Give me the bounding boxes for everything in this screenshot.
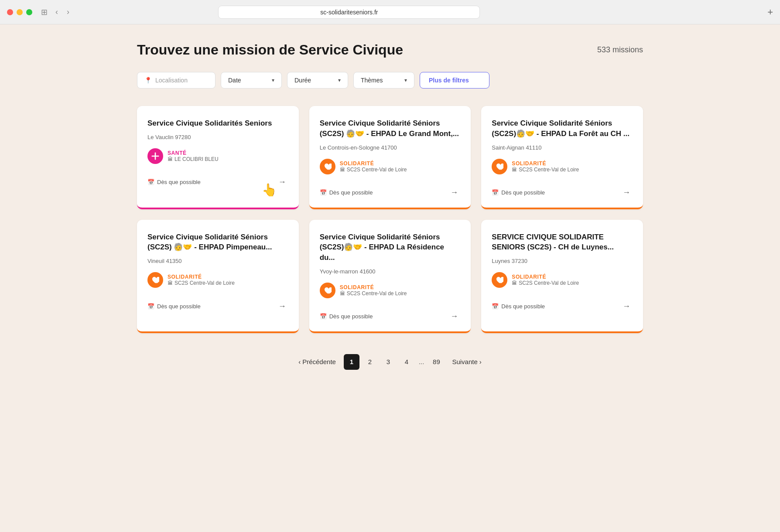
traffic-lights — [7, 9, 32, 15]
org-icon-1: 🏛 — [168, 156, 173, 162]
theme-org-3: 🏛 SC2S Centre-Val de Loire — [512, 167, 579, 173]
theme-label-5: SOLIDARITÉ — [340, 284, 407, 290]
pagination: ‹ Précédente 1 2 3 4 ... 89 Suivante › — [137, 354, 643, 370]
mission-card-3[interactable]: Service Civique Solidarité Séniors (SC2S… — [481, 106, 643, 209]
next-page-button[interactable]: Suivante › — [447, 355, 486, 368]
theme-icon-2 — [320, 159, 335, 174]
mission-card-4[interactable]: Service Civique Solidarité Séniors (SC2S… — [137, 220, 299, 333]
card-date-3: 📅 Dès que possible — [492, 189, 545, 196]
new-tab-button[interactable]: + — [767, 7, 773, 18]
card-theme-6: SOLIDARITÉ 🏛 SC2S Centre-Val de Loire — [492, 272, 633, 288]
mission-card-2[interactable]: Service Civique Solidarité Séniors (SC2S… — [309, 106, 471, 209]
card-theme-4: SOLIDARITÉ 🏛 SC2S Centre-Val de Loire — [147, 272, 288, 288]
card-arrow-3[interactable]: → — [620, 187, 633, 199]
filters-row: 📍 Localisation Date ▾ Durée ▾ Thèmes ▾ P… — [137, 72, 643, 89]
theme-label-3: SOLIDARITÉ — [512, 160, 579, 167]
theme-icon-3 — [492, 159, 507, 174]
more-filters-label: Plus de filtres — [429, 77, 469, 84]
forward-button[interactable]: › — [64, 7, 72, 17]
theme-org-6: 🏛 SC2S Centre-Val de Loire — [512, 280, 579, 286]
page-2-button[interactable]: 2 — [362, 354, 378, 370]
page-3-button[interactable]: 3 — [380, 354, 396, 370]
theme-org-5: 🏛 SC2S Centre-Val de Loire — [340, 290, 407, 297]
prev-label: Précédente — [302, 358, 336, 365]
calendar-icon-5: 📅 — [320, 313, 327, 320]
theme-label-2: SOLIDARITÉ — [340, 160, 407, 167]
card-arrow-4[interactable]: → — [276, 300, 288, 312]
card-footer-2: 📅 Dès que possible → — [320, 185, 461, 199]
date-chevron-icon: ▾ — [272, 77, 274, 83]
org-icon-5: 🏛 — [340, 290, 345, 297]
localisation-placeholder: Localisation — [155, 77, 188, 84]
next-label: Suivante — [452, 358, 477, 365]
card-title-2: Service Civique Solidarité Séniors (SC2S… — [320, 118, 461, 139]
themes-filter[interactable]: Thèmes ▾ — [353, 72, 414, 89]
card-theme-3: SOLIDARITÉ 🏛 SC2S Centre-Val de Loire — [492, 159, 633, 174]
mission-card-5[interactable]: Service Civique Solidarité Séniors (SC2S… — [309, 220, 471, 333]
card-date-6: 📅 Dès que possible — [492, 303, 545, 310]
prev-chevron-icon: ‹ — [298, 358, 301, 365]
prev-page-button[interactable]: ‹ Précédente — [293, 355, 341, 368]
card-arrow-2[interactable]: → — [448, 187, 460, 199]
card-location-3: Saint-Aignan 41110 — [492, 144, 633, 151]
card-date-2: 📅 Dès que possible — [320, 189, 373, 196]
org-icon-4: 🏛 — [168, 280, 173, 286]
duree-filter[interactable]: Durée ▾ — [287, 72, 348, 89]
sidebar-toggle[interactable]: ⊞ — [41, 7, 48, 17]
themes-chevron-icon: ▾ — [404, 77, 407, 83]
card-title-4: Service Civique Solidarité Séniors (SC2S… — [147, 232, 288, 253]
calendar-icon-3: 📅 — [492, 189, 499, 196]
theme-label-4: SOLIDARITÉ — [168, 274, 235, 280]
page-89-button[interactable]: 89 — [428, 354, 444, 370]
browser-chrome: ⊞ ‹ › sc-solidariteseniors.fr + — [0, 0, 780, 24]
page-title: Trouvez une mission de Service Civique — [137, 42, 403, 58]
calendar-icon-2: 📅 — [320, 189, 327, 196]
back-button[interactable]: ‹ — [53, 7, 61, 17]
card-arrow-6[interactable]: → — [620, 300, 633, 312]
theme-label-1: SANTÉ — [168, 150, 219, 156]
page-1-button[interactable]: 1 — [344, 354, 359, 370]
duree-label: Durée — [294, 77, 311, 84]
card-arrow-5[interactable]: → — [448, 310, 460, 323]
fullscreen-button[interactable] — [26, 9, 32, 15]
card-title-5: Service Civique Solidarité Séniors (SC2S… — [320, 232, 461, 263]
date-filter[interactable]: Date ▾ — [221, 72, 282, 89]
next-chevron-icon: › — [479, 358, 482, 365]
minimize-button[interactable] — [17, 9, 23, 15]
card-arrow-1[interactable]: → — [276, 176, 288, 188]
localisation-filter[interactable]: 📍 Localisation — [137, 72, 216, 89]
nav-buttons: ‹ › — [53, 7, 72, 17]
mission-card-1[interactable]: Service Civique Solidarités Seniors Le V… — [137, 106, 299, 209]
theme-icon-1 — [147, 148, 163, 164]
page-dots: ... — [417, 358, 426, 365]
mission-card-6[interactable]: SERVICE CIVIQUE SOLIDARITE SENIORS (SC2S… — [481, 220, 643, 333]
card-date-5: 📅 Dès que possible — [320, 313, 373, 320]
page-4-button[interactable]: 4 — [399, 354, 414, 370]
close-button[interactable] — [7, 9, 13, 15]
theme-icon-6 — [492, 272, 507, 288]
location-icon: 📍 — [144, 77, 152, 84]
card-location-2: Le Controis-en-Sologne 41700 — [320, 144, 461, 151]
card-title-3: Service Civique Solidarité Séniors (SC2S… — [492, 118, 633, 139]
address-bar[interactable]: sc-solidariteseniors.fr — [218, 6, 480, 19]
card-theme-2: SOLIDARITÉ 🏛 SC2S Centre-Val de Loire — [320, 159, 461, 174]
org-icon-3: 🏛 — [512, 167, 517, 173]
card-location-4: Vineuil 41350 — [147, 258, 288, 264]
org-icon-2: 🏛 — [340, 167, 345, 173]
calendar-icon-6: 📅 — [492, 303, 499, 310]
card-date-4: 📅 Dès que possible — [147, 303, 201, 310]
themes-label: Thèmes — [361, 77, 383, 84]
theme-org-4: 🏛 SC2S Centre-Val de Loire — [168, 280, 235, 286]
theme-icon-4 — [147, 272, 163, 288]
card-location-5: Yvoy-le-marron 41600 — [320, 268, 461, 275]
main-content: Trouvez une mission de Service Civique 5… — [128, 24, 652, 387]
date-label: Date — [228, 77, 241, 84]
theme-org-1: 🏛 LE COLIBRI BLEU — [168, 156, 219, 162]
theme-label-6: SOLIDARITÉ — [512, 274, 579, 280]
theme-icon-5 — [320, 283, 335, 298]
card-title-1: Service Civique Solidarités Seniors — [147, 118, 288, 129]
calendar-icon-4: 📅 — [147, 303, 154, 310]
more-filters-button[interactable]: Plus de filtres — [420, 72, 489, 89]
org-icon-6: 🏛 — [512, 280, 517, 286]
card-footer-5: 📅 Dès que possible → — [320, 309, 461, 323]
